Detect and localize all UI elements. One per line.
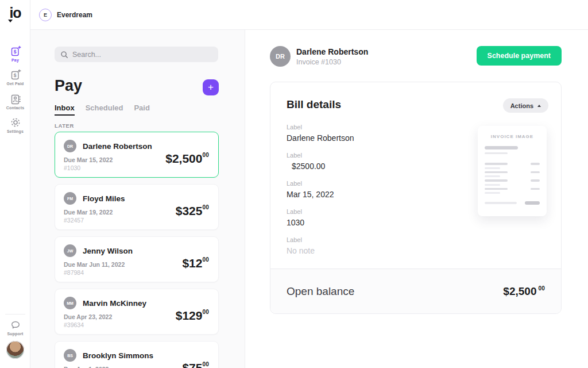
sidebar-item-label: Support (0, 332, 30, 336)
invoice-payee: Darlene Robertson (83, 142, 152, 151)
invoice-amount: $32500 (176, 204, 209, 218)
invoice-subtitle: Invoice #1030 (296, 58, 341, 66)
invoice-card-marvin[interactable]: MM Marvin McKinney Due Apr 23, 2022 #396… (55, 289, 219, 335)
bill-fields: Label Darlene Robertson Label $2500.00 L… (287, 124, 459, 264)
field-value: Mar 15, 2022 (287, 190, 459, 199)
field-value: $2500.00 (287, 162, 459, 171)
invoice-amount-cents: 00 (202, 309, 209, 315)
caret-up-icon (537, 105, 541, 107)
svg-text:$: $ (13, 49, 16, 55)
invoice-card-darlene[interactable]: DR Darlene Robertson Due Mar 15, 2022 #1… (55, 132, 219, 178)
field-label: Label (287, 236, 459, 243)
payee-avatar: DR (270, 46, 291, 67)
topbar: E Everdream (30, 0, 588, 30)
actions-dropdown-button[interactable]: Actions (503, 98, 548, 113)
bill-details-title: Bill details (287, 98, 341, 111)
sidebar-item-pay[interactable]: $ Pay (0, 45, 30, 62)
open-balance-label: Open balance (287, 285, 354, 298)
search-icon (60, 51, 68, 59)
workspace-badge: E (39, 9, 52, 21)
open-balance-cents: 00 (538, 285, 545, 292)
sidebar-item-support[interactable]: Support (0, 319, 30, 336)
workspace-name: Everdream (57, 11, 92, 19)
invoice-payee: Floyd Miles (83, 194, 125, 203)
invoice-amount: $1200 (182, 256, 209, 270)
sidebar-item-label: Pay (0, 58, 30, 62)
avatar: BS (64, 349, 76, 362)
workspace-switcher[interactable]: E Everdream (39, 9, 92, 21)
search-input[interactable] (72, 51, 212, 59)
invoice-card-brooklyn[interactable]: BS Brooklyn Simmons Due Apr 1, 2022 $750… (55, 341, 219, 368)
invoice-amount: $12900 (176, 309, 209, 323)
avatar: MM (64, 297, 76, 309)
tab-scheduled[interactable]: Scheduled (86, 103, 123, 116)
settings-icon (10, 117, 21, 128)
bill-field-note: Label No note (287, 236, 459, 255)
pay-icon: $ (10, 45, 21, 57)
invoice-payee: Brooklyn Simmons (83, 351, 153, 360)
sidebar-item-label: Contacts (0, 106, 30, 110)
skeleton-line (485, 152, 508, 154)
sidebar-item-label: Settings (0, 129, 30, 133)
invoice-amount: $2,50000 (165, 152, 209, 166)
section-label-later: LATER (55, 122, 74, 129)
contacts-icon (10, 93, 21, 105)
search-bar[interactable] (55, 47, 218, 62)
field-value: No note (287, 246, 459, 255)
get-paid-icon: $ (10, 69, 21, 80)
invoice-amount: $7500 (182, 361, 209, 368)
sidebar-item-settings[interactable]: Settings (0, 117, 30, 133)
tab-paid[interactable]: Paid (134, 103, 149, 116)
invoice-list: DR Darlene Robertson Due Mar 15, 2022 #1… (55, 132, 219, 368)
avatar: JW (64, 244, 76, 257)
skeleton-line (485, 146, 518, 150)
bill-field-amount: Label $2500.00 (287, 152, 459, 171)
pay-list-panel: Pay + Inbox Scheduled Paid LATER DR Darl… (30, 30, 245, 368)
invoice-amount-cents: 00 (202, 152, 209, 158)
field-value: 1030 (287, 218, 459, 227)
sidebar-item-get-paid[interactable]: $ Get Paid (0, 69, 30, 86)
invoice-payee: Jenny Wilson (83, 247, 133, 255)
page-title: Pay (55, 77, 82, 95)
invoice-amount-cents: 00 (202, 204, 209, 210)
invoice-image-label: INVOICE IMAGE (485, 134, 540, 139)
invoice-card-jenny[interactable]: JW Jenny Wilson Due Mar Jun 11, 2022 #87… (55, 236, 219, 282)
invoice-amount-cents: 00 (202, 361, 209, 367)
svg-text:$: $ (13, 72, 16, 78)
invoice-image-preview[interactable]: INVOICE IMAGE (478, 126, 547, 216)
field-label: Label (287, 152, 459, 159)
invoice-card-floyd[interactable]: FM Floyd Miles Due Mar 19, 2022 #32457 $… (55, 184, 219, 230)
actions-label: Actions (510, 102, 533, 109)
field-label: Label (287, 208, 459, 215)
invoice-amount-cents: 00 (202, 256, 209, 263)
avatar: DR (64, 140, 76, 152)
schedule-payment-button[interactable]: Schedule payment (477, 46, 562, 66)
invoice-detail-panel: DR Darlene Robertson Invoice #1030 Sched… (245, 30, 588, 368)
add-bill-button[interactable]: + (203, 79, 219, 95)
bill-details-card: Bill details Actions Label Darlene Rober… (270, 82, 562, 314)
bill-field-due-date: Label Mar 15, 2022 (287, 180, 459, 199)
bill-field-invoice-number: Label 1030 (287, 208, 459, 227)
app-logo: io (0, 5, 30, 22)
tab-inbox[interactable]: Inbox (55, 103, 75, 116)
skeleton-row (485, 179, 540, 186)
sidebar-item-label: Get Paid (0, 82, 30, 86)
skeleton-row (485, 163, 540, 169)
pay-tabs: Inbox Scheduled Paid (55, 103, 150, 116)
bill-field-payee: Label Darlene Robertson (287, 124, 459, 143)
sidebar-divider (5, 314, 25, 315)
logo-text: io (9, 5, 21, 21)
skeleton-row (485, 188, 540, 194)
user-avatar[interactable] (6, 341, 24, 359)
sidebar-item-contacts[interactable]: Contacts (0, 93, 30, 110)
app-window: io $ Pay $ Get Paid (0, 0, 588, 368)
open-balance-section: Open balance $2,50000 (270, 269, 561, 313)
open-balance-amount: $2,50000 (503, 285, 545, 298)
avatar: FM (64, 192, 76, 205)
support-icon (10, 319, 21, 331)
field-label: Label (287, 124, 459, 131)
payee-name: Darlene Robertson (296, 47, 368, 56)
field-value: Darlene Robertson (287, 133, 459, 143)
skeleton-footer (485, 201, 540, 205)
field-label: Label (287, 180, 459, 187)
